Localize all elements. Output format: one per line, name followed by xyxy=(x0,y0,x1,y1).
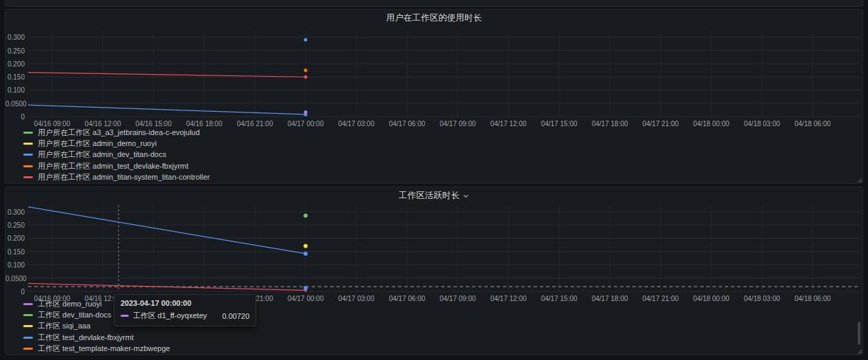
legend-label: 用户所在工作区 a3_a3_jetbrains-idea-c-evojulud xyxy=(38,128,200,138)
x-axis-tick-label: 04/17 12:00 xyxy=(486,120,530,128)
x-axis-tick-label: 04/18 06:00 xyxy=(791,120,834,128)
x-axis-tick-label: 04/18 00:00 xyxy=(689,120,733,128)
legend-item[interactable]: 用户所在工作区 a3_a3_jetbrains-idea-c-evojulud xyxy=(23,127,856,138)
legend-label: 用户所在工作区 admin_demo_ruoyi xyxy=(38,139,157,149)
tooltip-timestamp: 2023-04-17 00:00:00 xyxy=(121,299,249,307)
x-axis-tick-label: 04/17 18:00 xyxy=(588,295,632,302)
legend-item[interactable]: 用户所在工作区 admin_titan-system_titan-control… xyxy=(23,172,856,183)
panel-resize-handle[interactable] xyxy=(857,178,862,182)
legend-swatch xyxy=(23,325,33,327)
panel-header[interactable]: 工作区活跃时长 xyxy=(5,187,863,204)
legend-item[interactable]: 工作区 test_devlake-fbxjyrmt xyxy=(23,332,856,343)
y-axis-tick-label: 0.300 xyxy=(5,209,25,216)
x-axis-tick-label: 04/17 06:00 xyxy=(385,295,429,302)
chevron-down-icon[interactable] xyxy=(462,193,469,200)
legend-label: 工作区 dev_titan-docs xyxy=(38,310,112,320)
x-axis-tick-label: 04/17 21:00 xyxy=(638,295,682,302)
legend: 用户所在工作区 a3_a3_jetbrains-idea-c-evojulud用… xyxy=(23,127,856,184)
y-axis-tick-label: 0.0500 xyxy=(5,101,25,108)
y-axis-tick-label: 0 xyxy=(5,289,25,296)
legend-item[interactable]: 用户所在工作区 admin_dev_titan-docs xyxy=(23,149,856,160)
tooltip-series-row: 工作区 d1_ff-oyqxetey 0.00720 xyxy=(121,311,249,321)
x-axis-tick-label: 04/16 21:00 xyxy=(233,120,277,128)
x-axis-tick-label: 04/17 00:00 xyxy=(284,295,327,302)
legend-label: 用户所在工作区 admin_test_devlake-fbxjyrmt xyxy=(38,161,188,171)
legend-swatch xyxy=(23,165,33,167)
y-axis-tick-label: 0.0500 xyxy=(5,276,25,283)
tooltip-series-swatch xyxy=(121,315,129,317)
y-axis-tick-label: 0.300 xyxy=(5,34,25,41)
y-axis-tick-label: 0 xyxy=(5,114,25,121)
x-axis-tick-label: 04/16 12:00 xyxy=(81,120,125,128)
legend-label: 用户所在工作区 admin_titan-system_titan-control… xyxy=(38,172,210,182)
panel-resize-handle[interactable] xyxy=(857,349,862,354)
legend-item[interactable]: 工作区 test_template-maker-mzbwepge xyxy=(23,344,856,355)
x-axis-tick-label: 04/18 06:00 xyxy=(791,295,834,302)
legend-swatch xyxy=(23,154,33,156)
chart-canvas[interactable] xyxy=(28,32,860,117)
x-axis-tick-label: 04/18 03:00 xyxy=(740,295,784,302)
x-axis-tick-label: 04/17 06:00 xyxy=(385,120,429,128)
y-axis-tick-label: 0.200 xyxy=(5,61,25,68)
legend-item[interactable]: 用户所在工作区 xyxy=(23,183,856,184)
legend-item[interactable]: 用户所在工作区 admin_test_devlake-fbxjyrmt xyxy=(23,160,856,171)
legend-swatch xyxy=(23,337,33,339)
collapsed-panel-strip[interactable] xyxy=(5,0,863,7)
grafana-dashboard: 用户在工作区的使用时长 用户所在工作区 a3_a3_jetbrains-idea… xyxy=(0,0,868,360)
x-axis-tick-label: 04/17 12:00 xyxy=(486,295,530,302)
x-axis-tick-label: 04/17 00:00 xyxy=(284,120,327,128)
panel-workspace-active-duration: 工作区活跃时长 工作区 demo_ruoyi工作区 dev_titan-docs… xyxy=(5,187,863,355)
y-axis-tick-label: 0.200 xyxy=(5,235,25,242)
tooltip-series-value: 0.00720 xyxy=(222,312,249,320)
x-axis-tick-label: 04/16 18:00 xyxy=(182,120,226,128)
legend-label: 工作区 siqi_aaa xyxy=(38,321,90,331)
tooltip-series-label: 工作区 d1_ff-oyqxetey xyxy=(133,311,207,321)
x-axis-tick-label: 04/17 15:00 xyxy=(537,295,581,302)
y-axis-tick-label: 0.150 xyxy=(5,74,25,81)
legend-swatch xyxy=(23,348,33,350)
x-axis-tick-label: 04/17 03:00 xyxy=(334,120,378,128)
x-axis-tick-label: 04/17 03:00 xyxy=(334,295,378,302)
chart-tooltip: 2023-04-17 00:00:00 工作区 d1_ff-oyqxetey 0… xyxy=(114,294,256,326)
legend-swatch xyxy=(23,176,33,178)
legend-item[interactable]: 用户所在工作区 admin_demo_ruoyi xyxy=(23,138,856,149)
y-axis-tick-label: 0.100 xyxy=(5,87,25,94)
panel-title[interactable]: 工作区活跃时长 xyxy=(399,190,460,202)
chart-canvas[interactable] xyxy=(28,205,860,291)
legend-scrollbar-thumb[interactable] xyxy=(858,322,860,345)
x-axis-tick-label: 04/18 03:00 xyxy=(740,120,784,128)
x-axis-tick-label: 04/16 15:00 xyxy=(132,120,175,128)
x-axis-tick-label: 04/17 18:00 xyxy=(588,120,632,128)
x-axis-tick-label: 04/16 09:00 xyxy=(30,295,74,302)
panel-title[interactable]: 用户在工作区的使用时长 xyxy=(386,12,482,24)
panel-header[interactable]: 用户在工作区的使用时长 xyxy=(5,10,863,26)
legend-swatch xyxy=(23,132,33,134)
legend-swatch xyxy=(23,303,33,305)
legend-label: 用户所在工作区 admin_dev_titan-docs xyxy=(38,149,166,160)
legend-label: 工作区 test_devlake-fbxjyrmt xyxy=(38,333,134,343)
panel-user-workspace-usage: 用户在工作区的使用时长 用户所在工作区 a3_a3_jetbrains-idea… xyxy=(5,9,863,184)
x-axis-tick-label: 04/16 09:00 xyxy=(30,120,74,128)
legend-label: 工作区 test_template-maker-mzbwepge xyxy=(38,344,170,354)
x-axis-tick-label: 04/17 09:00 xyxy=(436,295,480,302)
y-axis-tick-label: 0.150 xyxy=(5,249,25,256)
x-axis-tick-label: 04/18 00:00 xyxy=(689,295,733,302)
legend-swatch xyxy=(23,143,33,145)
x-axis-tick-label: 04/17 15:00 xyxy=(537,120,581,128)
y-axis-tick-label: 0.250 xyxy=(5,48,25,55)
x-axis-tick-label: 04/17 21:00 xyxy=(638,120,682,128)
y-axis-tick-label: 0.250 xyxy=(5,222,25,229)
y-axis-tick-label: 0.100 xyxy=(5,262,25,269)
legend-swatch xyxy=(23,314,33,316)
x-axis-tick-label: 04/17 09:00 xyxy=(436,120,480,128)
